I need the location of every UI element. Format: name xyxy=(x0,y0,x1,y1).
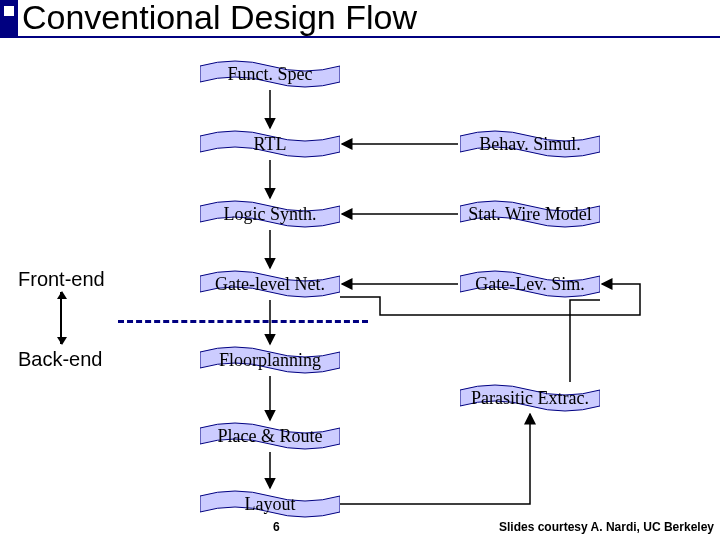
front-back-arrow xyxy=(60,292,62,344)
node-label: Stat. Wire Model xyxy=(468,204,591,224)
node-behav-simul: Behav. Simul. xyxy=(460,130,600,158)
node-stat-wire: Stat. Wire Model xyxy=(460,200,600,228)
title-accent xyxy=(0,0,18,36)
node-rtl: RTL xyxy=(200,130,340,158)
node-label: Floorplanning xyxy=(219,350,321,370)
node-logic-synth: Logic Synth. xyxy=(200,200,340,228)
node-label: Layout xyxy=(245,494,296,514)
slide-number: 6 xyxy=(273,520,280,534)
connectors xyxy=(0,0,720,540)
node-label: Gate-level Net. xyxy=(215,274,325,294)
node-label: RTL xyxy=(254,134,287,154)
node-label: Parasitic Extrac. xyxy=(471,388,589,408)
node-label: Gate-Lev. Sim. xyxy=(475,274,584,294)
node-label: Place & Route xyxy=(218,426,323,446)
credit-line: Slides courtesy A. Nardi, UC Berkeley xyxy=(499,520,714,534)
node-funct-spec: Funct. Spec xyxy=(200,60,340,88)
node-gate-lev-sim: Gate-Lev. Sim. xyxy=(460,270,600,298)
title-underline xyxy=(0,36,720,38)
node-label: Logic Synth. xyxy=(224,204,317,224)
page-title: Conventional Design Flow xyxy=(22,0,417,37)
label-front-end: Front-end xyxy=(18,268,105,291)
node-gate-net: Gate-level Net. xyxy=(200,270,340,298)
label-back-end: Back-end xyxy=(18,348,103,371)
node-floorplanning: Floorplanning xyxy=(200,346,340,374)
node-label: Funct. Spec xyxy=(228,64,313,84)
node-place-route: Place & Route xyxy=(200,422,340,450)
node-label: Behav. Simul. xyxy=(479,134,580,154)
node-parasitic-extrac: Parasitic Extrac. xyxy=(460,384,600,412)
node-layout: Layout xyxy=(200,490,340,518)
dashed-divider xyxy=(118,320,368,323)
